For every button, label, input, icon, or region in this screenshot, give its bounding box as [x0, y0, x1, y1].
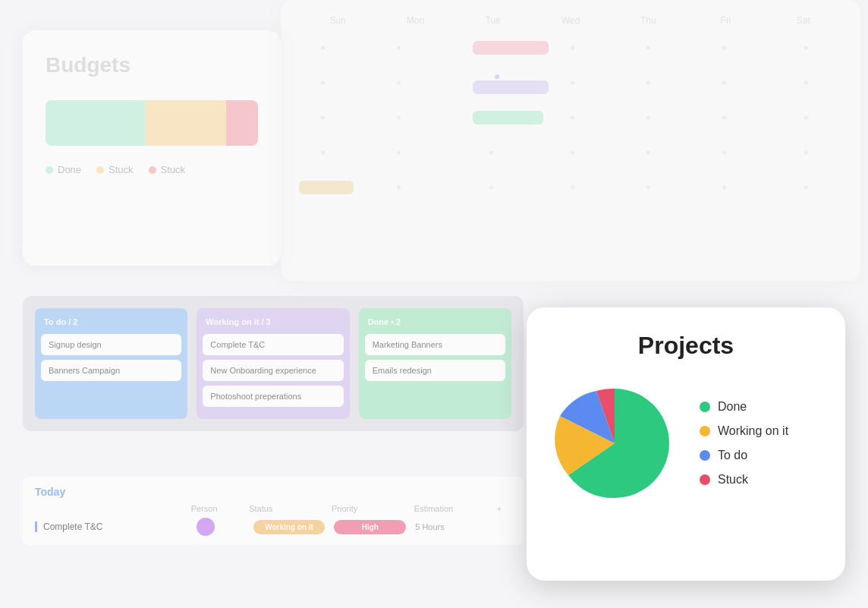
kanban-col-todo: To do / 2 Signup design Banners Campaign	[35, 308, 187, 419]
kanban-col-done: Done • 2 Marketing Banners Emails redesi…	[359, 308, 511, 419]
legend-item-working: Working on it	[700, 424, 788, 438]
proj-label-done: Done	[718, 400, 747, 414]
pie-chart	[554, 383, 675, 504]
kanban-card-banners: Banners Campaign	[41, 360, 181, 381]
today-section: Today Person Status Priority Estimation …	[23, 477, 524, 545]
col-header-task	[35, 504, 182, 513]
bar-stuck-yellow	[145, 100, 226, 146]
legend-dot-done	[46, 166, 53, 174]
proj-label-working: Working on it	[718, 424, 788, 438]
projects-content: Done Working on it To do Stuck	[554, 383, 818, 504]
proj-dot-done	[700, 402, 710, 412]
day-fri: Fri	[687, 15, 764, 26]
kanban-card-signup: Signup design	[41, 334, 181, 355]
day-thu: Thu	[609, 15, 687, 26]
day-wed: Wed	[532, 15, 609, 26]
kanban-card-photoshoot: Photoshoot preperations	[203, 386, 343, 407]
proj-label-todo: To do	[718, 449, 747, 462]
calendar-card: Sun Mon Tue Wed Thu Fri Sat	[281, 0, 860, 281]
calendar-header: Sun Mon Tue Wed Thu Fri Sat	[299, 15, 842, 26]
bar-done	[46, 100, 145, 146]
projects-title: Projects	[554, 332, 818, 360]
kanban-card-complete-tc: Complete T&C	[203, 334, 343, 355]
today-status: Working on it	[253, 520, 326, 534]
legend-item-done: Done	[700, 400, 788, 414]
today-person	[197, 518, 244, 536]
cal-row-1	[299, 38, 842, 58]
col-header-status: Status	[249, 504, 322, 513]
cal-row-2	[299, 73, 842, 93]
cal-row-5	[299, 178, 842, 197]
legend-item-stuck: Stuck	[700, 473, 788, 487]
col-header-add: +	[497, 504, 511, 513]
budgets-card: Budgets Done Stuck Stuck	[23, 30, 281, 266]
today-row: Complete T&C Working on it High 5 Hours	[35, 518, 511, 536]
calendar-grid	[299, 38, 842, 197]
today-task: Complete T&C	[35, 521, 187, 532]
cal-row-3	[299, 108, 842, 128]
legend-item-todo: To do	[700, 449, 788, 462]
kanban-card-marketing: Marketing Banners	[365, 334, 505, 355]
col-header-priority: Priority	[332, 504, 405, 513]
kanban-card-emails: Emails redesign	[365, 360, 505, 381]
legend-dot-stuck2	[149, 166, 156, 174]
budgets-title: Budgets	[46, 53, 258, 77]
budget-bar	[46, 100, 258, 146]
pie-svg	[554, 383, 675, 504]
bar-stuck-red	[226, 100, 258, 146]
legend-label-stuck2: Stuck	[161, 164, 186, 175]
kanban-wrapper: To do / 2 Signup design Banners Campaign…	[23, 296, 524, 431]
priority-badge: High	[334, 520, 406, 534]
legend-label-stuck1: Stuck	[108, 164, 134, 175]
legend-label-done: Done	[58, 164, 81, 175]
col-header-estimation: Estimation	[414, 504, 488, 513]
today-priority: High	[334, 520, 406, 534]
col-header-done: Done • 2	[365, 316, 505, 328]
projects-legend: Done Working on it To do Stuck	[700, 400, 788, 487]
avatar	[197, 518, 215, 536]
day-sun: Sun	[299, 15, 376, 26]
projects-card: Projects Done Wo	[527, 307, 845, 581]
kanban-columns: To do / 2 Signup design Banners Campaign…	[35, 308, 511, 419]
proj-label-stuck: Stuck	[718, 473, 748, 487]
day-tue: Tue	[454, 15, 532, 26]
col-header-working: Working on it / 3	[203, 316, 343, 328]
budget-legend: Done Stuck Stuck	[46, 164, 258, 175]
legend-dot-stuck1	[96, 166, 104, 174]
today-label: Today	[35, 486, 511, 498]
legend-stuck2: Stuck	[149, 164, 186, 175]
status-badge: Working on it	[253, 520, 326, 534]
legend-stuck1: Stuck	[96, 164, 134, 175]
proj-dot-todo	[700, 450, 710, 461]
today-estimation: 5 Hours	[415, 522, 487, 531]
col-header-person: Person	[191, 504, 241, 513]
kanban-card-onboarding: New Onboarding experience	[203, 360, 343, 381]
proj-dot-working	[700, 426, 710, 436]
col-header-todo: To do / 2	[41, 316, 181, 328]
kanban-col-working: Working on it / 3 Complete T&C New Onboa…	[197, 308, 349, 419]
day-sat: Sat	[765, 15, 842, 26]
legend-done: Done	[46, 164, 81, 175]
proj-dot-stuck	[700, 474, 710, 485]
day-mon: Mon	[376, 15, 454, 26]
cal-row-4	[299, 143, 842, 162]
